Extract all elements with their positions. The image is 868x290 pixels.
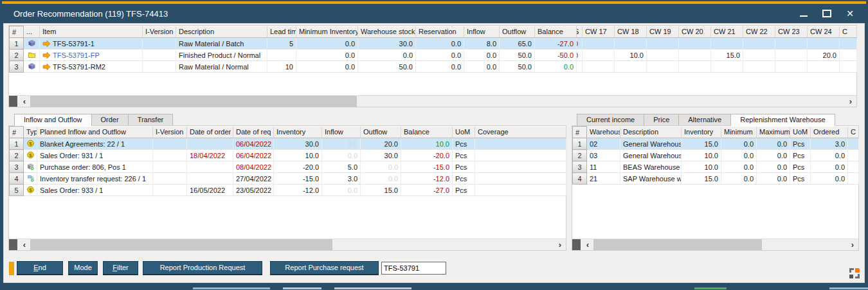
cell-outflow[interactable]: 50.0 [500, 61, 535, 73]
cell-cw18[interactable] [615, 38, 647, 50]
cell-coverage[interactable] [475, 185, 566, 196]
cell-item-type[interactable] [24, 61, 40, 73]
row-number[interactable]: 5 [10, 185, 24, 196]
scrollbar-thumb[interactable] [30, 239, 332, 250]
cell-reservation[interactable]: 0.0 [416, 50, 464, 61]
resize-grip-icon[interactable] [849, 268, 860, 278]
row-number[interactable]: 1 [10, 138, 24, 150]
cell-lead-time[interactable] [267, 50, 296, 61]
scroll-left-icon[interactable]: ‹ [19, 96, 30, 107]
cell-inflow[interactable]: 3.0 [322, 173, 361, 185]
cell-minimum[interactable]: 0.0 [721, 138, 757, 150]
maximize-icon[interactable] [820, 7, 834, 20]
report-production-request-button[interactable]: Report Production Request [143, 261, 262, 275]
cell-type[interactable] [24, 173, 37, 185]
cell-outflow[interactable]: 0.0 [361, 161, 401, 173]
cell-uom[interactable]: Pcs [453, 138, 475, 150]
cell-date-of-order[interactable]: 18/04/2022 [187, 150, 233, 161]
cell-warehouse[interactable]: 11 [587, 161, 620, 173]
cell-inventory[interactable]: 15.0 [682, 138, 721, 150]
tab-inflow-and-outflow[interactable]: Inflow and Outflow [14, 114, 92, 126]
cell-min-inventory[interactable]: 0.0 [296, 38, 358, 50]
cell-lead-time[interactable]: 5 [267, 38, 296, 50]
cell-balance[interactable]: -50.0 [535, 50, 577, 61]
cell-planned[interactable]: Sales Order: 931 / 1 [37, 150, 153, 161]
cell-description[interactable]: General Warehouse [620, 150, 682, 161]
cell-uom[interactable]: Pcs [790, 161, 811, 173]
cell-cw17[interactable] [583, 38, 615, 50]
cell-balance[interactable]: -12.0 [401, 173, 453, 185]
scrollbar-drag-handle[interactable] [572, 239, 582, 250]
scroll-right-icon[interactable]: › [845, 96, 856, 107]
tab-current-income[interactable]: Current income [577, 114, 644, 126]
cell-date-of-order[interactable] [187, 161, 233, 173]
cell-description[interactable]: General Warehouse [620, 138, 682, 150]
cell-ordered[interactable]: 0.0 [811, 150, 848, 161]
scrollbar-track[interactable] [357, 96, 845, 107]
tab-order[interactable]: Order [92, 114, 129, 126]
cell-type[interactable]: $ [24, 185, 37, 196]
cell-maximum[interactable]: 0.0 [757, 150, 790, 161]
cell-warehouse[interactable]: 03 [587, 150, 620, 161]
cell-iversion[interactable] [143, 61, 176, 73]
cell-item[interactable]: TFS-53791-RM2 [40, 61, 143, 73]
row-number[interactable]: 2 [10, 50, 24, 61]
cell-item[interactable]: TFS-53791-1 [40, 38, 143, 50]
cell-inventory[interactable]: -12.0 [274, 185, 322, 196]
link-arrow-icon[interactable] [42, 63, 51, 71]
cell-cw19[interactable] [647, 61, 679, 73]
cell-uom[interactable]: Pcs [790, 150, 811, 161]
cell-balance[interactable]: -20.0 [401, 150, 453, 161]
cell-inventory[interactable]: 15.0 [682, 173, 721, 185]
cell-iversion[interactable] [153, 150, 187, 161]
cell-cw21[interactable]: 15.0 [711, 50, 743, 61]
cell-balance[interactable]: -27.0 [535, 38, 577, 50]
cell-type[interactable] [24, 161, 37, 173]
cell-date-of-req[interactable]: 08/04/2022 [233, 161, 274, 173]
cell-balance[interactable]: -15.0 [401, 161, 453, 173]
cell-cw17[interactable] [583, 61, 615, 73]
cell-item-type[interactable] [24, 50, 40, 61]
cell-inflow[interactable]: 0.0 [464, 61, 500, 73]
link-arrow-icon[interactable] [42, 40, 51, 48]
end-button[interactable]: End [17, 261, 63, 275]
cell-item-type[interactable] [24, 38, 40, 50]
cell-cw22[interactable] [743, 61, 775, 73]
cell-maximum[interactable]: 0.0 [757, 138, 790, 150]
cell-type[interactable]: $ [24, 138, 37, 150]
scrollbar-thumb[interactable] [30, 96, 357, 107]
cell-min-inventory[interactable]: 0.0 [296, 50, 358, 61]
cell-type[interactable]: $ [24, 150, 37, 161]
row-number[interactable]: 3 [10, 61, 24, 73]
cell-warehouse-stock[interactable]: 50.0 [358, 61, 416, 73]
cell-date-of-req[interactable]: 06/04/2022 [233, 138, 274, 150]
row-number[interactable]: 4 [10, 173, 24, 185]
cell-balance[interactable]: 0.0 [535, 61, 577, 73]
cell-date-of-order[interactable]: 16/05/2022 [187, 185, 233, 196]
close-icon[interactable]: ✕ [843, 7, 857, 20]
cell-uom[interactable]: Pcs [790, 173, 811, 185]
cell-min-inventory[interactable]: 0.0 [296, 61, 358, 73]
cell-minimum[interactable]: 0.0 [721, 161, 757, 173]
cell-outflow[interactable]: 20.0 [361, 138, 401, 150]
tab-alternative[interactable]: Alternative [679, 114, 731, 126]
cell-date-of-req[interactable]: 27/04/2022 [233, 173, 274, 185]
cell-ordered[interactable]: 3.0 [811, 138, 848, 150]
cell-cw20[interactable] [679, 61, 711, 73]
cell-balance[interactable]: 10.0 [401, 138, 453, 150]
cell-minimum[interactable]: 0.0 [721, 173, 757, 185]
cell-reservation[interactable]: 0.0 [416, 61, 464, 73]
cell-cw17[interactable] [583, 50, 615, 61]
cell-inventory[interactable]: -20.0 [274, 161, 322, 173]
scrollbar-track[interactable] [332, 239, 554, 250]
cell-uom[interactable]: Pcs [453, 150, 475, 161]
cell-uom[interactable]: Pcs [790, 138, 811, 150]
cell-planned[interactable]: Inventory transfer request: 226 / 1 [37, 173, 153, 185]
cell-cw24[interactable] [808, 61, 840, 73]
cell-inflow[interactable]: 0.0 [464, 50, 500, 61]
cell-cw19[interactable] [647, 38, 679, 50]
cell-description[interactable]: BEAS Warehouse w [620, 161, 682, 173]
cell-maximum[interactable]: 0.0 [757, 161, 790, 173]
cell-planned[interactable]: Sales Order: 933 / 1 [37, 185, 153, 196]
cell-cw24[interactable]: 20.0 [808, 50, 840, 61]
